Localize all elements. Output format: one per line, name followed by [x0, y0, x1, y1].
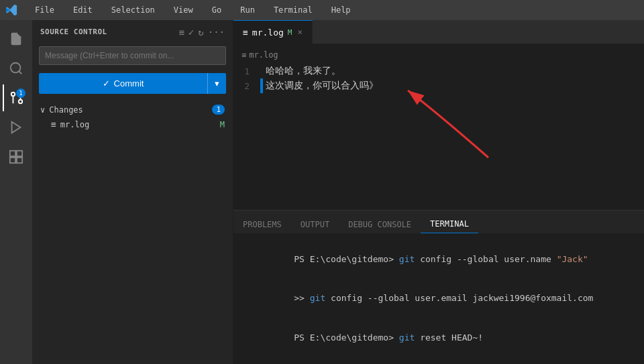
line-content-2: 这次调皮，你可以合入吗》 [266, 80, 378, 92]
svg-rect-7 [17, 151, 22, 156]
menu-view[interactable]: View [170, 4, 197, 16]
changes-section: ∨ Changes 1 ≡ mr.log M [32, 99, 233, 134]
activity-extensions[interactable] [3, 143, 30, 170]
tab-mr-log[interactable]: ≡ mr.log M × [233, 20, 313, 44]
tab-file-icon: ≡ [243, 27, 248, 38]
breadcrumb-filename: mr.log [249, 50, 278, 60]
changes-header[interactable]: ∨ Changes 1 [32, 102, 233, 117]
panel-tabs: PROBLEMS OUTPUT DEBUG CONSOLE TERMINAL [233, 210, 644, 234]
tab-modified-indicator: M [288, 28, 292, 37]
menu-file[interactable]: File [31, 4, 58, 16]
svg-rect-9 [17, 158, 22, 163]
terminal-line-2: >> git config --global user.email jackwe… [241, 279, 636, 318]
checkmark-icon: ✓ [103, 78, 110, 88]
terminal-line-3: PS E:\code\gitdemo> git reset HEAD~! [241, 318, 636, 357]
terminal-panel: PROBLEMS OUTPUT DEBUG CONSOLE TERMINAL P… [233, 210, 644, 364]
activity-search[interactable] [3, 55, 30, 82]
line-content-1: 哈哈哈，我来了。 [266, 65, 341, 77]
changes-header-left: ∨ Changes [40, 105, 83, 115]
menu-help[interactable]: Help [327, 4, 355, 16]
file-status: M [220, 120, 225, 129]
chevron-down-icon: ▾ [215, 78, 219, 88]
list-icon[interactable]: ≡ [178, 27, 184, 38]
main-container: 1 SOURCE CONTROL ≡ ✓ ↻ ··· ✓ Commit [0, 20, 644, 364]
terminal-line-1: PS E:\code\gitdemo> git config --global … [241, 239, 636, 279]
menu-run[interactable]: Run [236, 4, 259, 16]
editor-area: ≡ mr.log 1 哈哈哈，我来了。 2 这次调皮，你可以合入吗》 [233, 44, 644, 210]
tab-output[interactable]: OUTPUT [291, 216, 339, 233]
breadcrumb-icon: ≡ [241, 50, 246, 60]
content-area: ≡ mr.log M × ≡ mr.log 1 哈哈哈，我来了。 2 [233, 20, 644, 364]
activity-source-control[interactable]: 1 [3, 84, 30, 111]
svg-point-0 [11, 63, 21, 73]
commit-message-input[interactable] [39, 46, 226, 65]
chevron-right-icon: ∨ [40, 105, 45, 115]
svg-point-3 [11, 93, 15, 97]
svg-point-2 [19, 100, 23, 104]
editor-line-1: 1 哈哈哈，我来了。 [233, 64, 644, 78]
menu-terminal[interactable]: Terminal [270, 4, 317, 16]
activity-bar: 1 [0, 20, 32, 364]
file-icon: ≡ [51, 119, 56, 129]
commit-button-row: ✓ Commit ▾ [39, 73, 226, 94]
menu-bar: File Edit Selection View Go Run Terminal… [0, 0, 644, 20]
editor-line-2: 2 这次调皮，你可以合入吗》 [233, 78, 644, 93]
tab-problems[interactable]: PROBLEMS [233, 216, 291, 233]
refresh-icon[interactable]: ↻ [198, 27, 203, 38]
file-name: mr.log [60, 120, 89, 129]
terminal-content: PS E:\code\gitdemo> git config --global … [233, 234, 644, 364]
terminal-line-4: fatal: ambiguous argument 'HEAD~!': unkn… [241, 357, 636, 365]
editor-tabs: ≡ mr.log M × [233, 20, 644, 44]
sidebar-title: SOURCE CONTROL [40, 27, 107, 36]
changes-label: Changes [49, 105, 83, 115]
source-control-badge: 1 [16, 88, 25, 98]
vscode-icon [5, 4, 17, 16]
tab-debug-console[interactable]: DEBUG CONSOLE [339, 216, 421, 233]
line-number-1: 1 [233, 66, 260, 76]
tab-filename: mr.log [252, 27, 284, 38]
sidebar-header: SOURCE CONTROL ≡ ✓ ↻ ··· [32, 20, 233, 44]
list-item[interactable]: ≡ mr.log M [32, 117, 233, 131]
svg-line-1 [19, 71, 21, 74]
commit-dropdown-button[interactable]: ▾ [207, 73, 226, 94]
svg-rect-8 [10, 158, 15, 163]
line-number-2: 2 [233, 81, 260, 91]
sidebar: SOURCE CONTROL ≡ ✓ ↻ ··· ✓ Commit ▾ ∨ [32, 20, 233, 364]
menu-edit[interactable]: Edit [69, 4, 97, 16]
line-indicator-1 [260, 64, 263, 78]
svg-marker-5 [12, 122, 21, 133]
tab-close-button[interactable]: × [297, 27, 302, 37]
line-indicator-2 [260, 78, 263, 93]
tab-terminal[interactable]: TERMINAL [421, 215, 478, 233]
editor-content: 1 哈哈哈，我来了。 2 这次调皮，你可以合入吗》 [233, 64, 644, 93]
activity-files[interactable] [3, 25, 30, 52]
commit-label: Commit [114, 78, 144, 88]
commit-button[interactable]: ✓ Commit [39, 73, 207, 94]
svg-rect-6 [10, 151, 15, 156]
menu-go[interactable]: Go [208, 4, 225, 16]
menu-selection[interactable]: Selection [107, 4, 159, 16]
changes-count: 1 [212, 105, 225, 115]
more-icon[interactable]: ··· [208, 27, 225, 38]
breadcrumb: ≡ mr.log [233, 49, 644, 64]
activity-run[interactable] [3, 114, 30, 141]
check-icon[interactable]: ✓ [189, 27, 194, 38]
sidebar-icons: ≡ ✓ ↻ ··· [178, 27, 225, 38]
